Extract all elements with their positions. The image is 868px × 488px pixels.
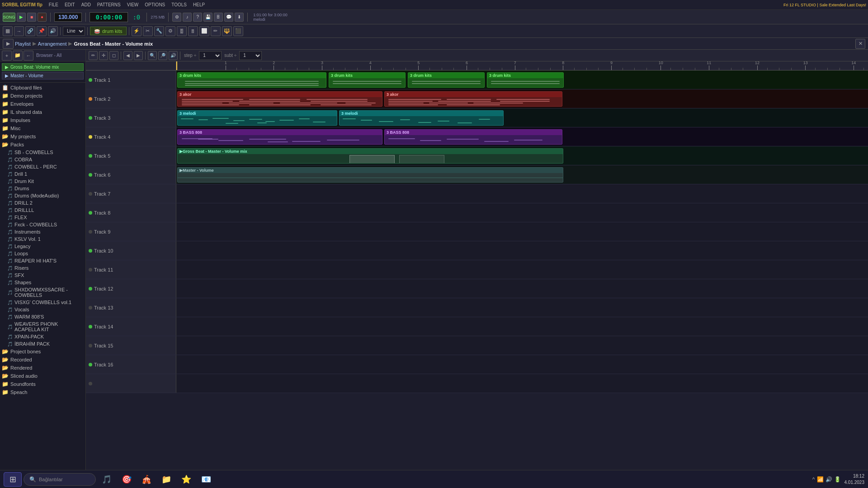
tool-extra-5[interactable]: 🎛 bbox=[177, 26, 187, 36]
clip-master[interactable]: ▶Master - Volume bbox=[177, 167, 563, 183]
sidebar-item-drill1[interactable]: 🎵 Drill 1 bbox=[0, 170, 85, 178]
tool-extra-10[interactable]: ⬛ bbox=[233, 26, 243, 36]
taskbar-search[interactable]: 🔍 Bağlantılar bbox=[24, 473, 96, 486]
track-content-2[interactable]: 3 akor bbox=[176, 89, 868, 108]
pl-tool-eraser[interactable]: ◻ bbox=[109, 51, 118, 60]
sidebar-item-xpain[interactable]: 🎵 XPAIN-PACK bbox=[0, 333, 85, 340]
tool-extra-1[interactable]: ⚡ bbox=[132, 26, 142, 36]
sidebar-item-slicedaudio[interactable]: 📂 Sliced audio bbox=[0, 372, 85, 380]
bc-close-btn[interactable]: ✕ bbox=[855, 39, 865, 49]
sidebar-item-drill2[interactable]: 🎵 DRILL 2 bbox=[0, 199, 85, 206]
track-content-16[interactable] bbox=[176, 355, 868, 374]
record-btn[interactable]: ● bbox=[38, 13, 47, 22]
sidebar-item-drums-mode[interactable]: 🎵 Drums (ModeAudio) bbox=[0, 192, 85, 199]
tool-btn-3[interactable]: ? bbox=[193, 13, 202, 22]
sidebar-item-cobra[interactable]: 🎵 COBRA bbox=[0, 156, 85, 163]
clip-drumkits-1[interactable]: 3 drum kits bbox=[177, 72, 326, 88]
tool-extra-8[interactable]: ✏ bbox=[211, 26, 221, 36]
play-btn[interactable]: ▶ bbox=[17, 13, 26, 22]
step-dropdown[interactable]: 1 bbox=[199, 51, 222, 60]
sidebar-item-fxck[interactable]: 🎵 Fxck - COWBELLS bbox=[0, 221, 85, 228]
sidebar-item-demo[interactable]: 📁 Demo projects bbox=[0, 92, 85, 100]
tool-extra-7[interactable]: ⬜ bbox=[199, 26, 209, 36]
sidebar-item-drums[interactable]: 🎵 Drums bbox=[0, 185, 85, 192]
sidebar-item-ilshared[interactable]: 📁 IL shared data bbox=[0, 108, 85, 116]
clip-akor-2[interactable]: 3 akor bbox=[384, 91, 562, 107]
sidebar-item-vocals[interactable]: 🎵 Vocals bbox=[0, 306, 85, 313]
clip-melodi-1[interactable]: 3 melodi bbox=[177, 110, 337, 126]
sidebar-item-sfx[interactable]: 🎵 SFX bbox=[0, 272, 85, 279]
tray-battery[interactable]: 🔋 bbox=[834, 476, 841, 483]
menu-edit[interactable]: EDIT bbox=[62, 1, 78, 8]
subt-dropdown[interactable]: 1 bbox=[239, 51, 262, 60]
pattern-gross-beat[interactable]: ▶Gross Beat: Volume mix bbox=[2, 63, 84, 71]
clip-bass-2[interactable]: 3 BASS 808 bbox=[384, 129, 562, 145]
tool-btn-1[interactable]: ⚙ bbox=[172, 13, 181, 22]
sidebar-item-kslv[interactable]: 🎵 KSLV Vol. 1 bbox=[0, 235, 85, 243]
clip-akor-1[interactable]: 3 akor bbox=[177, 91, 382, 107]
sidebar-item-reaper[interactable]: 🎵 REAPER HI HAT'S bbox=[0, 257, 85, 264]
tool-btn-5[interactable]: 🎚 bbox=[214, 13, 223, 22]
mixer-btn[interactable]: ▦ bbox=[3, 26, 13, 36]
tool-extra-2[interactable]: ✂ bbox=[143, 26, 153, 36]
taskbar-app-email[interactable]: 📧 bbox=[197, 472, 215, 487]
tool-btn-2[interactable]: ♪ bbox=[183, 13, 192, 22]
sidebar-item-flex[interactable]: 🎵 FLEX bbox=[0, 214, 85, 221]
clip-drumkits-3[interactable]: 3 drum kits bbox=[408, 72, 485, 88]
track-content-10[interactable] bbox=[176, 241, 868, 260]
sidebar-item-legacy[interactable]: 🎵 Legacy bbox=[0, 243, 85, 250]
track-content-4[interactable]: 3 BASS 808 bbox=[176, 127, 868, 146]
track-content-8[interactable] bbox=[176, 203, 868, 222]
sidebar-back-btn[interactable]: ← bbox=[24, 51, 33, 61]
taskbar-app-3[interactable]: 🎪 bbox=[137, 472, 156, 487]
track-content-extra1[interactable] bbox=[176, 374, 868, 393]
track-content-3[interactable]: 3 melodi bbox=[176, 108, 868, 127]
tool-extra-6[interactable]: 🎚 bbox=[188, 26, 198, 36]
pl-tool-draw[interactable]: ✏ bbox=[89, 51, 98, 60]
drum-kits-display[interactable]: 🥁 drum kits bbox=[90, 27, 127, 35]
menu-patterns[interactable]: PATTERNS bbox=[94, 1, 123, 8]
sidebar-item-myprojects[interactable]: 📂 My projects bbox=[0, 132, 85, 141]
track-content-6[interactable]: ▶Master - Volume bbox=[176, 165, 868, 184]
track-content-12[interactable] bbox=[176, 279, 868, 298]
playlist-btn[interactable]: ▶ bbox=[3, 39, 14, 49]
sidebar-item-weavers[interactable]: 🎵 WEAVERS PHONK ACAPELLA KIT bbox=[0, 320, 85, 333]
sidebar-item-misc[interactable]: 📁 Misc bbox=[0, 124, 85, 132]
pl-tool-zoom2[interactable]: 🔎 bbox=[158, 51, 167, 60]
start-button[interactable]: ⊞ bbox=[4, 472, 22, 487]
track-content-9[interactable] bbox=[176, 222, 868, 241]
sidebar-item-instruments[interactable]: 🎵 Instruments bbox=[0, 228, 85, 235]
sidebar-item-loops[interactable]: 🎵 Loops bbox=[0, 250, 85, 257]
stamp-btn[interactable]: 📌 bbox=[37, 26, 47, 36]
track-content-5[interactable]: ▶Gross Beat - Master - Volume mix bbox=[176, 146, 868, 165]
sidebar-item-cowbell-perc[interactable]: 🎵 COWBELL - PERC bbox=[0, 163, 85, 170]
menu-add[interactable]: ADD bbox=[79, 1, 94, 8]
taskbar-app-5[interactable]: ⭐ bbox=[177, 472, 195, 487]
tool-btn-7[interactable]: ⬇ bbox=[235, 13, 244, 22]
sidebar-item-warm808[interactable]: 🎵 WARM 808'S bbox=[0, 313, 85, 320]
menu-tools[interactable]: TOOLS bbox=[169, 1, 189, 8]
clip-bass-1[interactable]: 3 BASS 808 bbox=[177, 129, 382, 145]
tray-chevron[interactable]: ^ bbox=[812, 476, 815, 483]
sidebar-folder-btn[interactable]: 📁 bbox=[13, 51, 23, 61]
sidebar-item-rendered[interactable]: 📂 Rendered bbox=[0, 364, 85, 372]
bc-part2[interactable]: Arrangement bbox=[38, 41, 67, 47]
sidebar-item-sb-cowbells[interactable]: 🎵 SB - COWBELLS bbox=[0, 149, 85, 156]
tool-extra-4[interactable]: ⚙ bbox=[165, 26, 175, 36]
sidebar-item-drillll[interactable]: 🎵 DRILLLL bbox=[0, 206, 85, 214]
track-content-13[interactable] bbox=[176, 298, 868, 317]
tray-network[interactable]: 📶 bbox=[817, 476, 824, 483]
menu-view[interactable]: VIEW bbox=[124, 1, 142, 8]
taskbar-app-spotify[interactable]: 🎵 bbox=[98, 472, 116, 487]
stop-btn[interactable]: ■ bbox=[27, 13, 36, 22]
pl-tool-undo[interactable]: ◀ bbox=[123, 51, 132, 60]
sidebar-item-ibrahim[interactable]: 🎵 İBRAHİM PACK bbox=[0, 340, 85, 347]
sidebar-item-speach[interactable]: 📁 Speach bbox=[0, 388, 85, 396]
sidebar-item-shapes[interactable]: 🎵 Shapes bbox=[0, 279, 85, 286]
sidebar-item-recorded[interactable]: 📂 Recorded bbox=[0, 356, 85, 364]
sidebar-item-envelopes[interactable]: 📁 Envelopes bbox=[0, 100, 85, 108]
tool-extra-9[interactable]: 🔱 bbox=[222, 26, 232, 36]
menu-file[interactable]: FILE bbox=[46, 1, 61, 8]
clock[interactable]: 18:12 4.01.2023 bbox=[844, 473, 865, 486]
tool-btn-4[interactable]: 💾 bbox=[203, 13, 212, 22]
